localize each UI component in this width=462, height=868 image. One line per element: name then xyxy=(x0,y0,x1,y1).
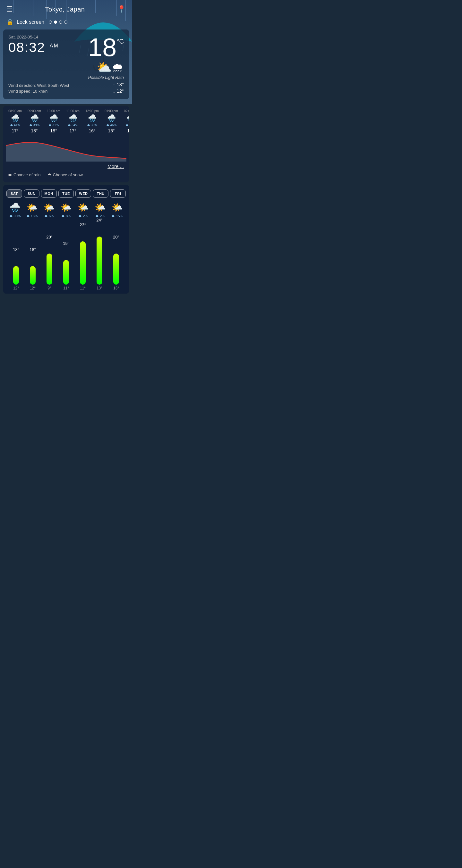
hour-rain: 🌧 39% xyxy=(29,123,40,127)
bar-bottom-temp: 13° xyxy=(113,286,119,290)
dot-3 xyxy=(59,21,62,24)
bar-top-temp: 20° xyxy=(113,235,119,240)
lock-screen-bar[interactable]: 🔓 Lock screen xyxy=(0,17,132,28)
bar-wrapper xyxy=(13,266,19,285)
bar-top-temp: 19° xyxy=(63,241,69,246)
week-rain: 🌧 90% xyxy=(9,214,21,218)
lock-icon: 🔓 xyxy=(6,19,13,26)
dots-indicator xyxy=(49,21,67,24)
hourly-scroll[interactable]: 08:00 am 🌧️ 🌧 41% 17° 09:00 am 🌧️ 🌧 39% … xyxy=(3,109,129,135)
legend-icon: 🌨 xyxy=(47,173,51,177)
current-weather-card: Sat, 2022-05-14 08:32 AM 18 °C ⛅🌧 Possib… xyxy=(3,30,129,99)
hour-temp: 15° xyxy=(108,128,115,133)
location-icon[interactable]: 📍 xyxy=(117,5,126,13)
hour-temp: 17° xyxy=(11,128,18,133)
hour-temp: 17° xyxy=(69,128,76,133)
wind-speed: Wind speed: 10 km/h xyxy=(8,89,69,94)
day-tab-sat[interactable]: SAT xyxy=(6,189,22,198)
more-button[interactable]: More ... xyxy=(108,163,124,169)
current-temperature: 18 xyxy=(88,35,117,60)
current-date: Sat, 2022-05-14 xyxy=(8,35,59,39)
bar-chart: 18° 12° 18° 12° 20° 9° 19° 11° 23° 11° 2… xyxy=(6,220,126,290)
hour-icon: 🌧️ xyxy=(69,114,77,122)
legend-row: 🌧Chance of rain🌨Chance of snow xyxy=(3,170,129,181)
bar-fill xyxy=(47,253,52,285)
day-tab-tue[interactable]: TUE xyxy=(58,189,74,198)
hour-time: 09:00 am xyxy=(28,109,41,113)
week-icon: 🌤️ xyxy=(112,202,123,213)
legend-item: 🌧Chance of rain xyxy=(8,173,41,177)
week-icon: 🌤️ xyxy=(95,202,106,213)
bar-top-temp: 20° xyxy=(46,235,53,240)
day-tab-thu[interactable]: THU xyxy=(93,189,109,198)
week-icon: 🌤️ xyxy=(60,202,71,213)
legend-item: 🌨Chance of snow xyxy=(47,173,83,177)
hour-col: 12:00 pm 🌧️ 🌧 30% 16° xyxy=(83,109,102,133)
bar-col-sat: 18° 12° xyxy=(8,223,24,290)
lock-screen-label: Lock screen xyxy=(17,19,44,25)
dot-1 xyxy=(49,21,52,24)
hour-rain: 🌧 34% xyxy=(68,123,78,127)
hour-icon: 🌧️ xyxy=(50,114,58,122)
week-rain: 🌧 2% xyxy=(78,214,88,218)
week-rain: 🌧 18% xyxy=(26,214,38,218)
bar-bottom-temp: 12° xyxy=(13,286,19,290)
bar-top-temp: 23° xyxy=(80,222,86,227)
bar-wrapper xyxy=(63,260,69,285)
hour-rain: 🌧 31% xyxy=(49,123,59,127)
page-title: Tokyo, Japan xyxy=(45,6,85,13)
day-tab-sun[interactable]: SUN xyxy=(24,189,39,198)
bar-fill xyxy=(96,237,102,285)
hour-time: 11:00 am xyxy=(66,109,80,113)
hour-time: 01:00 pm xyxy=(105,109,118,113)
bar-col-tue: 19° 11° xyxy=(58,223,75,290)
hour-col: 02:00 pm 🌧️ 🌧 41% 14° xyxy=(121,109,129,133)
hour-temp: 18° xyxy=(50,128,57,133)
hour-col: 10:00 am 🌧️ 🌧 31% 18° xyxy=(44,109,63,133)
dot-2 xyxy=(54,21,57,24)
day-tab-wed[interactable]: WED xyxy=(76,189,91,198)
week-rain: 🌧 8% xyxy=(61,214,71,218)
hour-rain: 🌧 30% xyxy=(87,123,97,127)
bar-top-temp: 18° xyxy=(13,247,19,252)
bar-bottom-temp: 9° xyxy=(48,286,51,290)
bar-bottom-temp: 12° xyxy=(30,286,36,290)
bar-fill xyxy=(13,266,19,285)
day-tab-mon[interactable]: MON xyxy=(41,189,57,198)
week-icon: 🌧️ xyxy=(9,202,21,213)
hour-time: 12:00 pm xyxy=(85,109,99,113)
hour-time: 02:00 pm xyxy=(124,109,129,113)
hour-rain: 🌧 41% xyxy=(10,123,21,127)
week-icon: 🌤️ xyxy=(26,202,37,213)
bar-wrapper xyxy=(96,237,102,285)
bar-fill xyxy=(113,253,119,285)
hour-temp: 18° xyxy=(31,128,37,133)
day-tabs: SATSUNMONTUEWEDTHUFRI xyxy=(6,189,126,198)
bar-col-mon: 20° 9° xyxy=(41,223,58,290)
weather-icon-main: ⛅🌧 xyxy=(96,60,124,74)
day-tab-fri[interactable]: FRI xyxy=(110,189,126,198)
hour-rain: 🌧 46% xyxy=(106,123,117,127)
menu-icon[interactable]: ☰ xyxy=(6,6,13,13)
low-temp: ↓ 12° xyxy=(113,88,124,94)
condition-text: Possible Light Rain xyxy=(88,75,124,80)
hour-icon: 🌧️ xyxy=(30,114,39,122)
week-col-sun: 🌤️ 🌧 18% xyxy=(23,202,40,218)
hour-time: 08:00 am xyxy=(8,109,22,113)
weekly-section: SATSUNMONTUEWEDTHUFRI 🌧️ 🌧 90% 🌤️ 🌧 18% … xyxy=(3,185,129,293)
legend-label: Chance of rain xyxy=(13,173,41,177)
week-col-fri: 🌤️ 🌧 15% xyxy=(109,202,126,218)
hour-icon: 🌧️ xyxy=(88,114,96,122)
week-col-wed: 🌤️ 🌧 2% xyxy=(75,202,92,218)
hour-icon: 🌧️ xyxy=(126,114,129,122)
hour-time: 10:00 am xyxy=(47,109,60,113)
hour-icon: 🌧️ xyxy=(107,114,116,122)
more-button-row: More ... xyxy=(3,161,129,170)
bar-wrapper xyxy=(80,241,86,285)
hour-col: 09:00 am 🌧️ 🌧 39% 18° xyxy=(25,109,44,133)
bar-bottom-temp: 11° xyxy=(80,286,86,290)
week-col-tue: 🌤️ 🌧 8% xyxy=(57,202,75,218)
wind-direction: Wind direction: West South West xyxy=(8,83,69,88)
dot-4 xyxy=(64,21,67,24)
week-col-mon: 🌤️ 🌧 6% xyxy=(40,202,57,218)
